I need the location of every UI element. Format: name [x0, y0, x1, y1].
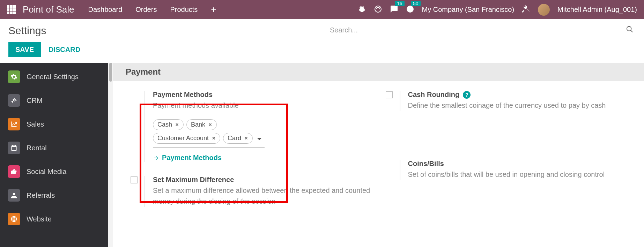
arrow-right-icon [153, 155, 159, 161]
save-button[interactable]: SAVE [8, 42, 41, 57]
setting-content: Cash Rounding ? Define the smallest coin… [400, 91, 627, 111]
setting-title: Payment Methods [153, 91, 372, 99]
payment-methods-link[interactable]: Payment Methods [153, 154, 372, 162]
sidebar-item-referrals[interactable]: Referrals [0, 183, 108, 207]
sidebar-item-label: Referrals [27, 191, 55, 199]
setting-content: Payment Methods Payment methods availabl… [145, 91, 372, 162]
setting-desc: Set a maximum difference allowed between… [153, 185, 372, 207]
nav-add-icon[interactable]: + [211, 4, 216, 15]
user-avatar[interactable] [538, 4, 550, 16]
setting-max-difference: Set Maximum Difference Set a maximum dif… [131, 176, 372, 207]
setting-title: Cash Rounding ? [408, 91, 627, 99]
nav-link-dashboard[interactable]: Dashboard [88, 6, 122, 14]
setting-payment-methods: Payment Methods Payment methods availabl… [131, 91, 372, 162]
body: General Settings CRM Sales Rental Social… [0, 63, 644, 247]
cash-rounding-checkbox[interactable] [386, 91, 393, 98]
setting-title: Coins/Bills [408, 160, 627, 168]
nav-link-orders[interactable]: Orders [135, 6, 157, 14]
tag-cash[interactable]: Cash [153, 119, 184, 130]
activities-badge: 50 [411, 1, 421, 6]
settings-grid: Payment Methods Payment methods availabl… [113, 81, 644, 221]
sidebar-item-crm[interactable]: CRM [0, 89, 108, 112]
top-navbar: Point of Sale Dashboard Orders Products … [0, 0, 644, 19]
sidebar-item-label: CRM [27, 97, 43, 105]
calendar-icon [8, 142, 20, 154]
search-wrap [328, 24, 636, 37]
settings-col-left: Payment Methods Payment methods availabl… [131, 91, 386, 221]
brand-title[interactable]: Point of Sale [23, 4, 74, 15]
thumbs-up-icon [8, 165, 20, 178]
messages-icon[interactable]: 16 [390, 5, 398, 15]
sidebar-item-label: Website [27, 215, 52, 223]
max-diff-checkbox[interactable] [131, 176, 138, 183]
gear-icon [8, 70, 20, 83]
search-input[interactable] [328, 24, 636, 37]
apps-icon[interactable] [7, 5, 16, 14]
tag-remove-icon[interactable] [212, 135, 216, 142]
dropdown-caret-icon[interactable] [257, 136, 262, 142]
sidebar-item-label: General Settings [27, 73, 79, 81]
sidebar-item-website[interactable]: Website [0, 207, 108, 231]
tag-remove-icon[interactable] [244, 135, 248, 142]
company-switcher[interactable]: My Company (San Francisco) [422, 6, 515, 14]
bug-icon[interactable] [358, 5, 366, 15]
search-icon[interactable] [626, 25, 634, 35]
globe-icon [8, 213, 20, 225]
messages-badge: 16 [395, 1, 405, 6]
support-icon[interactable] [374, 5, 382, 15]
scroll-gutter [108, 63, 113, 247]
tag-bank[interactable]: Bank [186, 119, 217, 130]
sidebar-item-social[interactable]: Social Media [0, 160, 108, 183]
sidebar-item-general[interactable]: General Settings [0, 65, 108, 89]
setting-desc: Payment methods available [153, 100, 372, 111]
setting-content: Set Maximum Difference Set a maximum dif… [145, 176, 372, 207]
sidebar-item-sales[interactable]: Sales [0, 112, 108, 136]
tag-customer-account[interactable]: Customer Account [153, 133, 220, 144]
settings-sidebar: General Settings CRM Sales Rental Social… [0, 63, 108, 247]
tools-icon[interactable] [522, 5, 530, 15]
handshake-icon [8, 94, 20, 107]
setting-coins-bills: Coins/Bills Set of coins/bills that will… [386, 160, 627, 180]
sidebar-item-label: Rental [27, 144, 47, 152]
discard-button[interactable]: DISCARD [46, 42, 83, 57]
tag-card[interactable]: Card [223, 133, 253, 144]
activities-icon[interactable]: 50 [406, 5, 414, 15]
tag-remove-icon[interactable] [208, 121, 212, 128]
chart-icon [8, 118, 20, 130]
sidebar-item-rental[interactable]: Rental [0, 136, 108, 160]
setting-desc: Set of coins/bills that will be used in … [408, 169, 627, 180]
scrollbar-thumb[interactable] [109, 63, 112, 82]
people-icon [8, 189, 20, 202]
sidebar-item-label: Social Media [27, 168, 67, 176]
tag-remove-icon[interactable] [175, 121, 179, 128]
section-header-payment: Payment [113, 63, 644, 81]
setting-cash-rounding: Cash Rounding ? Define the smallest coin… [386, 91, 627, 111]
payment-methods-tags[interactable]: Cash Bank Customer Account Card [153, 119, 265, 148]
setting-desc: Define the smallest coinage of the curre… [408, 100, 627, 111]
sidebar-item-label: Sales [27, 120, 44, 128]
nav-link-products[interactable]: Products [170, 6, 198, 14]
setting-title: Set Maximum Difference [153, 176, 372, 184]
setting-content: Coins/Bills Set of coins/bills that will… [400, 160, 627, 180]
nav-right: 16 50 My Company (San Francisco) Mitchel… [358, 4, 637, 16]
help-icon[interactable]: ? [463, 91, 471, 99]
control-panel: Settings SAVE DISCARD [0, 19, 644, 63]
svg-point-0 [627, 27, 631, 31]
user-name[interactable]: Mitchell Admin (Aug_001) [557, 6, 637, 14]
main-content: Payment Payment Methods Payment methods … [113, 63, 644, 247]
settings-col-right: Cash Rounding ? Define the smallest coin… [386, 91, 641, 221]
nav-links: Dashboard Orders Products [88, 6, 198, 14]
page-title: Settings [8, 25, 46, 37]
svg-line-1 [631, 30, 633, 32]
